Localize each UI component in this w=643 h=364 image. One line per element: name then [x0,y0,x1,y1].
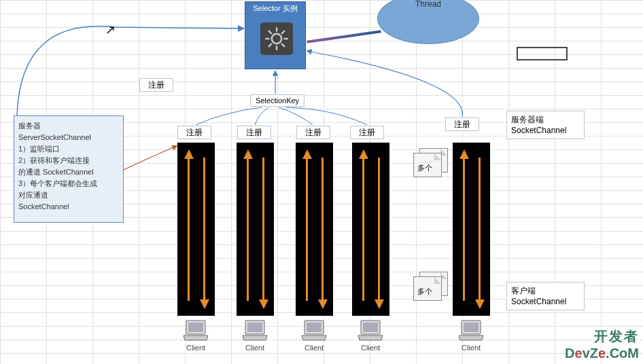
svg-line-8 [268,43,272,47]
svg-rect-14 [307,323,322,332]
svg-rect-12 [247,323,262,332]
svg-point-0 [272,34,281,43]
client-5: Client [453,319,489,352]
svg-rect-18 [464,323,479,332]
svg-line-5 [268,31,272,34]
channel-2 [237,143,274,316]
register-label-4: 注册 [350,126,384,139]
channel-4 [352,143,389,316]
laptop-icon [182,319,209,342]
watermark: 开发者 DevZe.CoM [565,327,639,361]
laptop-icon [357,319,384,342]
selection-key-box: SelectionKey [250,94,305,107]
laptop-icon [457,319,485,342]
selector-instance: Selector 实例 [245,1,306,69]
register-label-top: 注册 [139,78,173,92]
client-2: Client [237,319,273,352]
client-side-caption: 客户端 SocketChannel [506,282,585,310]
client-3: Client [296,319,332,352]
selector-title: Selector 实例 [245,2,305,14]
thread-connector [307,30,381,43]
svg-rect-16 [363,323,378,332]
channel-3 [296,143,333,316]
laptop-icon [300,319,328,342]
laptop-icon [241,319,268,342]
multiple-pages-top: 多个 [413,148,449,177]
channel-5 [453,143,490,316]
client-1: Client [178,319,213,352]
server-side-caption: 服务器端 SocketChannel [506,111,585,139]
register-label-2: 注册 [237,126,271,139]
svg-line-7 [281,31,285,34]
svg-rect-10 [188,323,203,332]
svg-line-6 [281,43,285,47]
client-4: Client [353,319,388,352]
register-label-3: 注册 [296,126,330,139]
selected-cell[interactable] [517,47,568,60]
register-label-1: 注册 [177,126,211,139]
channel-1 [177,143,215,316]
gear-icon [260,22,293,55]
server-description: 服务器 ServerSocketChannel 1）监听端口 2）获得和客户端连… [14,115,124,223]
register-label-5: 注册 [445,117,479,131]
multiple-pages-bottom: 多个 [413,272,449,301]
thread-ellipse: Thread [377,0,479,44]
cursor-icon: ↖ [105,22,116,37]
